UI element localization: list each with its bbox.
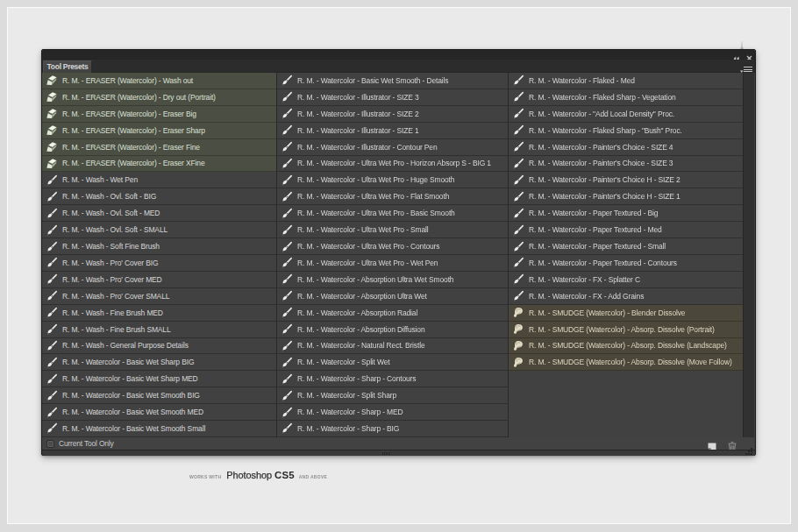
preset-row[interactable]: R. M. - Wash - Ovl. Soft - MED xyxy=(42,205,276,222)
brush-tool-icon xyxy=(281,406,293,418)
resize-grip-corner[interactable] xyxy=(745,443,753,459)
preset-row[interactable]: R. M. - Watercolor - Flaked Sharp - "Bus… xyxy=(509,123,743,139)
brush-tool-icon xyxy=(281,389,293,401)
preset-row[interactable]: R. M. - Watercolor - Paper Textured - Co… xyxy=(509,255,743,272)
preset-label: R. M. - Watercolor - Basic Wet Sharp MED xyxy=(62,374,198,383)
preset-row[interactable]: R. M. - Wash - Ovl. Soft - SMALL xyxy=(42,222,276,238)
brush-tool-icon xyxy=(512,223,524,236)
preset-row[interactable]: R. M. - Watercolor - Sharp - Contours xyxy=(277,371,508,387)
scrollbar-track[interactable] xyxy=(743,73,754,437)
preset-row[interactable]: R. M. - Watercolor - Ultra Wet Pro - Hor… xyxy=(277,156,508,173)
brush-tool-icon xyxy=(46,273,58,286)
preset-row[interactable]: R. M. - Watercolor - Basic Wet Smooth Sm… xyxy=(42,421,276,437)
preset-label: R. M. - Watercolor - Painter's Choice - … xyxy=(529,159,673,167)
preset-row[interactable]: R. M. - Watercolor - Basic Wet Smooth ME… xyxy=(42,404,276,421)
preset-row[interactable]: R. M. - Wash - Pro' Cover BIG xyxy=(42,255,276,272)
preset-label: R. M. - Wash - Fine Brush SMALL xyxy=(62,325,171,334)
preset-row[interactable]: R. M. - SMUDGE (Watercolor) - Absorp. Di… xyxy=(509,338,743,355)
preset-row[interactable]: R. M. - Wash - Fine Brush MED xyxy=(42,305,276,322)
preset-row[interactable]: R. M. - Wash - Pro' Cover MED xyxy=(42,272,276,288)
preset-row[interactable]: R. M. - SMUDGE (Watercolor) - Blender Di… xyxy=(509,305,743,322)
preset-row[interactable]: R. M. - Wash - Ovl. Soft - BIG xyxy=(42,188,276,205)
preset-row[interactable]: R. M. - Watercolor - Basic Wet Smooth - … xyxy=(277,73,508,89)
brush-tool-icon xyxy=(281,240,293,252)
preset-row[interactable]: R. M. - Watercolor - "Add Local Density"… xyxy=(509,106,743,123)
brush-tool-icon xyxy=(281,157,293,169)
preset-row[interactable]: R. M. - Watercolor - Basic Wet Smooth BI… xyxy=(42,387,276,404)
preset-label: R. M. - SMUDGE (Watercolor) - Absorp. Di… xyxy=(529,341,727,350)
brush-tool-icon xyxy=(46,190,58,202)
photoshop-brand-text: Photoshop xyxy=(226,470,272,480)
resize-grip-horizontal[interactable] xyxy=(382,452,390,455)
brush-tool-icon xyxy=(46,339,58,351)
preset-row[interactable]: R. M. - Watercolor - Sharp - BIG xyxy=(277,421,508,437)
preset-row[interactable]: R. M. - Wash - Pro' Cover SMALL xyxy=(42,288,276,305)
preset-row[interactable]: R. M. - ERASER (Watercolor) - Eraser XFi… xyxy=(42,156,276,173)
brush-tool-icon xyxy=(512,207,524,219)
brush-tool-icon xyxy=(281,372,293,385)
preset-row[interactable]: R. M. - Watercolor - Ultra Wet Pro - Wet… xyxy=(277,255,508,272)
preset-row[interactable]: R. M. - Watercolor - Illustrator - SIZE … xyxy=(277,106,508,123)
smudge-tool-icon xyxy=(512,339,524,351)
preset-row[interactable]: R. M. - Watercolor - Paper Textured - Sm… xyxy=(509,238,743,255)
preset-row[interactable]: R. M. - Watercolor - Basic Wet Sharp BIG xyxy=(42,354,276,371)
preset-row[interactable]: R. M. - Wash - Soft Fine Brush xyxy=(42,238,276,255)
preset-row[interactable]: R. M. - Watercolor - Flaked Sharp - Vege… xyxy=(509,89,743,106)
preset-row[interactable]: R. M. - Watercolor - Absorption Ultra We… xyxy=(277,288,508,305)
preset-row[interactable]: R. M. - Watercolor - Split Wet xyxy=(277,354,508,371)
preset-label: R. M. - ERASER (Watercolor) - Dry out (P… xyxy=(62,93,216,102)
preset-row[interactable]: R. M. - Watercolor - Natural Rect. Brist… xyxy=(277,338,508,355)
preset-row[interactable]: R. M. - Watercolor - Absorption Diffusio… xyxy=(277,322,508,338)
panel-tabbar: Tool Presets xyxy=(42,60,755,73)
and-above-text: AND ABOVE xyxy=(299,474,328,479)
preset-row[interactable]: R. M. - Watercolor - Sharp - MED xyxy=(277,404,508,421)
panel-menu-icon[interactable] xyxy=(740,62,752,70)
preset-row[interactable]: R. M. - Watercolor - Illustrator - SIZE … xyxy=(277,89,508,106)
preset-label: R. M. - ERASER (Watercolor) - Eraser Fin… xyxy=(62,143,200,152)
tab-tool-presets[interactable]: Tool Presets xyxy=(43,60,92,73)
preset-row[interactable]: R. M. - Wash - Fine Brush SMALL xyxy=(42,322,276,338)
preset-row[interactable]: R. M. - Watercolor - Ultra Wet Pro - Bas… xyxy=(277,205,508,222)
brush-tool-icon xyxy=(46,257,58,269)
preset-row[interactable]: R. M. - Watercolor - Ultra Wet Pro - Con… xyxy=(277,238,508,255)
preset-row[interactable]: R. M. - Watercolor - Flaked - Med xyxy=(509,73,743,89)
preset-row[interactable]: R. M. - Watercolor - Ultra Wet Pro - Sma… xyxy=(277,222,508,238)
preset-row[interactable]: R. M. - ERASER (Watercolor) - Eraser Fin… xyxy=(42,139,276,156)
preset-row[interactable]: R. M. - Watercolor - Split Sharp xyxy=(277,387,508,404)
preset-label: R. M. - Watercolor - Illustrator - Conto… xyxy=(297,143,438,152)
preset-row[interactable]: R. M. - SMUDGE (Watercolor) - Absorp. Di… xyxy=(509,354,743,371)
preset-row[interactable]: R. M. - Wash - General Purpose Details xyxy=(42,338,276,355)
preset-label: R. M. - Watercolor - Natural Rect. Brist… xyxy=(297,341,424,350)
preset-row[interactable]: R. M. - Watercolor - Illustrator - SIZE … xyxy=(277,123,508,139)
preset-row[interactable]: R. M. - Watercolor - Paper Textured - Me… xyxy=(509,222,743,238)
brush-tool-icon xyxy=(281,356,293,368)
preset-row[interactable]: R. M. - Watercolor - Illustrator - Conto… xyxy=(277,139,508,156)
preset-label: R. M. - SMUDGE (Watercolor) - Absorp. Di… xyxy=(529,325,715,334)
preset-row[interactable]: R. M. - Watercolor - FX - Add Grains xyxy=(509,288,743,305)
preset-label: R. M. - Watercolor - Paper Textured - Sm… xyxy=(529,242,666,251)
brush-tool-icon xyxy=(281,124,293,137)
preset-row[interactable]: R. M. - Watercolor - Painter's Choice H … xyxy=(509,172,743,188)
preset-row[interactable]: R. M. - ERASER (Watercolor) - Eraser Sha… xyxy=(42,123,276,139)
preset-row[interactable]: R. M. - Watercolor - Painter's Choice - … xyxy=(509,139,743,156)
brush-tool-icon xyxy=(512,240,524,252)
preset-row[interactable]: R. M. - Watercolor - Absorption Radial xyxy=(277,305,508,322)
preset-label: R. M. - Wash - Fine Brush MED xyxy=(62,309,163,317)
preset-label: R. M. - Watercolor - Ultra Wet Pro - Bas… xyxy=(297,209,455,217)
brush-tool-icon xyxy=(46,290,58,302)
preset-row[interactable]: R. M. - Watercolor - Painter's Choice H … xyxy=(509,188,743,205)
preset-row[interactable]: R. M. - SMUDGE (Watercolor) - Absorp. Di… xyxy=(509,322,743,338)
preset-row[interactable]: R. M. - Watercolor - Absorption Ultra We… xyxy=(277,272,508,288)
brush-tool-icon xyxy=(46,207,58,219)
preset-row[interactable]: R. M. - Watercolor - Paper Textured - Bi… xyxy=(509,205,743,222)
preset-row[interactable]: R. M. - ERASER (Watercolor) - Dry out (P… xyxy=(42,89,276,106)
preset-row[interactable]: R. M. - Wash - Wet Pen xyxy=(42,172,276,188)
preset-row[interactable]: R. M. - ERASER (Watercolor) - Eraser Big xyxy=(42,106,276,123)
preset-row[interactable]: R. M. - Watercolor - Basic Wet Sharp MED xyxy=(42,371,276,387)
preset-row[interactable]: R. M. - Watercolor - Ultra Wet Pro - Hug… xyxy=(277,172,508,188)
preset-row[interactable]: R. M. - Watercolor - Ultra Wet Pro - Fla… xyxy=(277,188,508,205)
current-tool-only-checkbox[interactable] xyxy=(46,440,54,448)
preset-row[interactable]: R. M. - Watercolor - Painter's Choice - … xyxy=(509,156,743,173)
preset-row[interactable]: R. M. - ERASER (Watercolor) - Wash out xyxy=(42,73,276,89)
preset-row[interactable]: R. M. - Watercolor - FX - Splatter C xyxy=(509,272,743,288)
